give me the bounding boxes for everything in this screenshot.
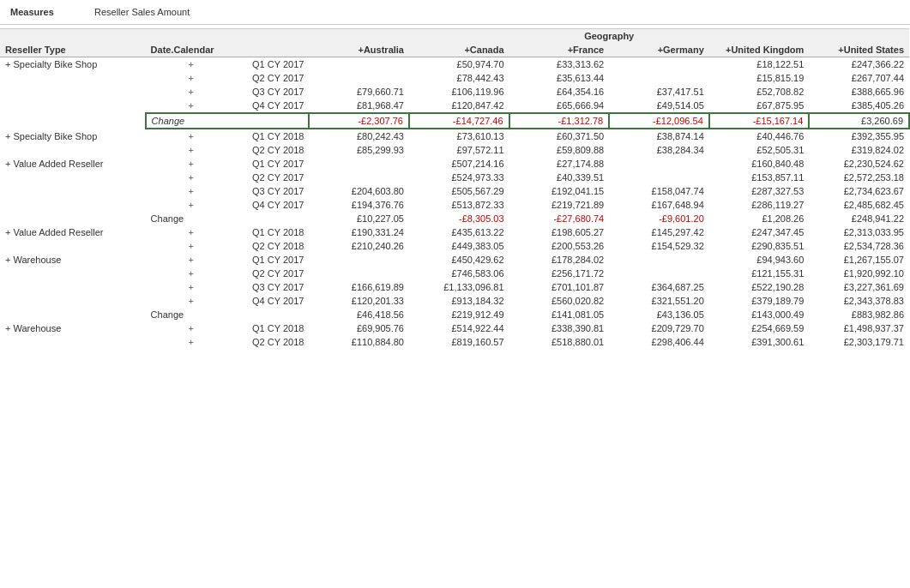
germany-cell: £154,529.32 bbox=[609, 239, 709, 253]
reseller-spacer bbox=[0, 294, 146, 308]
canada-cell: £450,429.62 bbox=[409, 253, 509, 267]
quarter-label-cell: Q1 CY 2018 bbox=[237, 321, 310, 335]
col-reseller-spacer bbox=[0, 29, 146, 44]
us-cell: £2,303,179.71 bbox=[809, 335, 909, 349]
th-germany: +Germany bbox=[609, 43, 709, 57]
us-cell: £2,343,378.83 bbox=[809, 294, 909, 308]
australia-cell bbox=[309, 253, 409, 267]
uk-cell: £286,119.27 bbox=[709, 198, 810, 212]
uk-change: -£15,167.14 bbox=[709, 113, 810, 129]
col-quarter-spacer bbox=[237, 29, 310, 44]
uk-cell: £391,300.61 bbox=[709, 335, 810, 349]
france-cell: £219,721.89 bbox=[509, 198, 610, 212]
quarter-sym-cell: + bbox=[146, 157, 237, 171]
france-cell: £518,880.01 bbox=[509, 335, 610, 349]
reseller-spacer bbox=[0, 99, 146, 113]
quarter-label-cell: Q3 CY 2017 bbox=[237, 85, 310, 99]
canada-cell: £435,613.22 bbox=[409, 225, 509, 239]
uk-cell: £247,347.45 bbox=[709, 225, 810, 239]
reseller-spacer bbox=[0, 267, 146, 280]
uk-cell: £254,669.59 bbox=[709, 321, 810, 335]
germany-change: -£12,096.54 bbox=[609, 113, 709, 129]
canada-cell: £78,442.43 bbox=[409, 71, 509, 85]
australia-cell: £194,376.76 bbox=[309, 198, 409, 212]
reseller-name-cell[interactable]: + Warehouse bbox=[0, 321, 146, 335]
australia-cell: £69,905.76 bbox=[309, 321, 409, 335]
reseller-group-row: + Value Added Reseller+Q1 CY 2017£507,21… bbox=[0, 157, 909, 171]
reseller-name-cell[interactable]: + Specialty Bike Shop bbox=[0, 129, 146, 143]
canada-change: -£8,305.03 bbox=[409, 212, 509, 225]
data-row: +Q4 CY 2017£120,201.33£913,184.32£560,02… bbox=[0, 294, 909, 308]
data-row: +Q3 CY 2017£166,619.89£1,133,096.81£701,… bbox=[0, 280, 909, 294]
france-cell: £65,666.94 bbox=[509, 99, 610, 113]
canada-cell: £524,973.33 bbox=[409, 171, 509, 184]
measures-label: Measures bbox=[10, 7, 87, 17]
quarter-label-cell: Q3 CY 2017 bbox=[237, 184, 310, 198]
quarter-sym-cell: + bbox=[146, 171, 237, 184]
us-cell: £2,313,033.95 bbox=[809, 225, 909, 239]
uk-change: £143,000.49 bbox=[709, 308, 810, 321]
uk-cell: £94,943.60 bbox=[709, 253, 810, 267]
reseller-group-row: + Specialty Bike Shop+Q1 CY 2018£80,242.… bbox=[0, 129, 909, 143]
th-date-calendar: Date.Calendar bbox=[146, 43, 310, 57]
canada-cell: £819,160.57 bbox=[409, 335, 509, 349]
canada-cell: £50,974.70 bbox=[409, 57, 509, 72]
quarter-label-cell: Q1 CY 2017 bbox=[237, 57, 310, 72]
geography-header: Geography bbox=[309, 29, 909, 44]
uk-cell: £15,815.19 bbox=[709, 71, 810, 85]
data-row: +Q4 CY 2017£194,376.76£513,872.33£219,72… bbox=[0, 198, 909, 212]
australia-change: £10,227.05 bbox=[309, 212, 409, 225]
quarter-sym-cell: + bbox=[146, 85, 237, 99]
quarter-label-cell: Q1 CY 2017 bbox=[237, 157, 310, 171]
reseller-spacer bbox=[0, 198, 146, 212]
germany-cell: £37,417.51 bbox=[609, 85, 709, 99]
quarter-sym-cell: + bbox=[146, 184, 237, 198]
reseller-name-cell[interactable]: + Warehouse bbox=[0, 253, 146, 267]
us-cell: £388,665.96 bbox=[809, 85, 909, 99]
reseller-spacer bbox=[0, 171, 146, 184]
australia-cell: £190,331.24 bbox=[309, 225, 409, 239]
data-row: +Q3 CY 2017£204,603.80£505,567.29£192,04… bbox=[0, 184, 909, 198]
germany-cell: £364,687.25 bbox=[609, 280, 709, 294]
canada-cell: £505,567.29 bbox=[409, 184, 509, 198]
us-cell: £1,498,937.37 bbox=[809, 321, 909, 335]
reseller-group-row: + Warehouse+Q1 CY 2018£69,905.76£514,922… bbox=[0, 321, 909, 335]
uk-cell: £52,708.82 bbox=[709, 85, 810, 99]
canada-cell: £514,922.44 bbox=[409, 321, 509, 335]
reseller-spacer bbox=[0, 212, 146, 225]
germany-cell: £321,551.20 bbox=[609, 294, 709, 308]
reseller-name-cell[interactable]: + Value Added Reseller bbox=[0, 225, 146, 239]
reseller-name-cell[interactable]: + Value Added Reseller bbox=[0, 157, 146, 171]
france-cell: £178,284.02 bbox=[509, 253, 610, 267]
data-row: +Q2 CY 2018£85,299.93£97,572.11£59,809.8… bbox=[0, 143, 909, 157]
reseller-group-row: + Warehouse+Q1 CY 2017£450,429.62£178,28… bbox=[0, 253, 909, 267]
quarter-label-cell: Q1 CY 2017 bbox=[237, 253, 310, 267]
quarter-label-cell: Q3 CY 2017 bbox=[237, 280, 310, 294]
us-cell: £1,920,992.10 bbox=[809, 267, 909, 280]
us-cell: £2,734,623.67 bbox=[809, 184, 909, 198]
france-cell: £192,041.15 bbox=[509, 184, 610, 198]
uk-cell: £522,190.28 bbox=[709, 280, 810, 294]
quarter-sym-cell: + bbox=[146, 321, 237, 335]
reseller-spacer bbox=[0, 335, 146, 349]
reseller-name-cell[interactable]: + Specialty Bike Shop bbox=[0, 57, 146, 72]
geo-header-row: Geography bbox=[0, 29, 909, 44]
australia-change: £46,418.56 bbox=[309, 308, 409, 321]
germany-cell: £298,406.44 bbox=[609, 335, 709, 349]
uk-cell: £40,446.76 bbox=[709, 129, 810, 143]
germany-cell: £38,874.14 bbox=[609, 129, 709, 143]
france-cell: £35,613.44 bbox=[509, 71, 610, 85]
canada-cell: £97,572.11 bbox=[409, 143, 509, 157]
france-cell: £198,605.27 bbox=[509, 225, 610, 239]
uk-cell: £160,840.48 bbox=[709, 157, 810, 171]
uk-cell: £290,835.51 bbox=[709, 239, 810, 253]
australia-cell bbox=[309, 171, 409, 184]
australia-cell bbox=[309, 267, 409, 280]
france-cell: £200,553.26 bbox=[509, 239, 610, 253]
germany-cell: £49,514.05 bbox=[609, 99, 709, 113]
canada-cell: £1,133,096.81 bbox=[409, 280, 509, 294]
measures-value: Reseller Sales Amount bbox=[94, 7, 190, 17]
france-cell: £560,020.82 bbox=[509, 294, 610, 308]
canada-cell: £507,214.16 bbox=[409, 157, 509, 171]
canada-change: £219,912.49 bbox=[409, 308, 509, 321]
